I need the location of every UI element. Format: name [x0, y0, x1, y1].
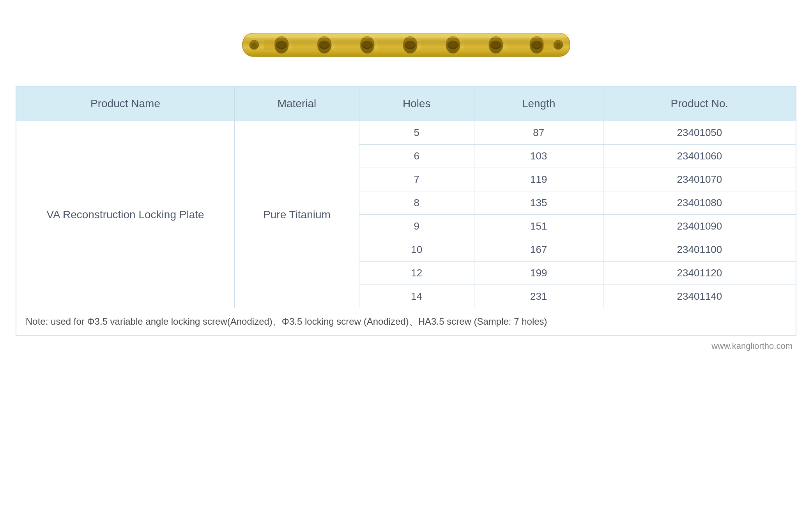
note-row: Note: used for Φ3.5 variable angle locki…: [16, 308, 796, 335]
svg-rect-13: [292, 40, 318, 50]
product-no-cell: 23401140: [603, 285, 796, 308]
header-holes: Holes: [359, 87, 474, 121]
header-product-name: Product Name: [16, 87, 235, 121]
length-cell: 199: [474, 262, 603, 285]
plate-image: [231, 19, 582, 70]
length-cell: 119: [474, 168, 603, 191]
length-cell: 151: [474, 215, 603, 238]
svg-rect-20: [242, 33, 570, 38]
svg-rect-17: [464, 40, 489, 50]
material-cell: Pure Titanium: [235, 121, 359, 308]
svg-rect-14: [335, 40, 361, 50]
product-no-cell: 23401050: [603, 121, 796, 145]
holes-cell: 8: [359, 191, 474, 215]
holes-cell: 7: [359, 168, 474, 191]
svg-rect-19: [543, 40, 554, 50]
product-table-container: Product Name Material Holes Length Produ…: [16, 86, 796, 336]
product-table: Product Name Material Holes Length Produ…: [16, 86, 796, 335]
svg-rect-16: [421, 40, 446, 50]
svg-rect-18: [507, 40, 530, 50]
product-no-cell: 23401100: [603, 238, 796, 262]
table-row: VA Reconstruction Locking PlatePure Tita…: [16, 121, 796, 145]
table-header-row: Product Name Material Holes Length Produ…: [16, 87, 796, 121]
holes-cell: 5: [359, 121, 474, 145]
product-no-cell: 23401080: [603, 191, 796, 215]
header-length: Length: [474, 87, 603, 121]
holes-cell: 6: [359, 145, 474, 168]
holes-cell: 9: [359, 215, 474, 238]
svg-point-2: [252, 42, 257, 47]
length-cell: 135: [474, 191, 603, 215]
product-no-cell: 23401120: [603, 262, 796, 285]
holes-cell: 10: [359, 238, 474, 262]
product-image-section: [16, 8, 796, 82]
svg-point-4: [556, 42, 561, 47]
svg-rect-15: [378, 40, 403, 50]
product-no-cell: 23401060: [603, 145, 796, 168]
product-no-cell: 23401070: [603, 168, 796, 191]
length-cell: 167: [474, 238, 603, 262]
product-no-cell: 23401090: [603, 215, 796, 238]
header-material: Material: [235, 87, 359, 121]
length-cell: 231: [474, 285, 603, 308]
holes-cell: 14: [359, 285, 474, 308]
header-product-no: Product No.: [603, 87, 796, 121]
holes-cell: 12: [359, 262, 474, 285]
note-cell: Note: used for Φ3.5 variable angle locki…: [16, 308, 796, 335]
length-cell: 87: [474, 121, 603, 145]
product-name-cell: VA Reconstruction Locking Plate: [16, 121, 235, 308]
length-cell: 103: [474, 145, 603, 168]
svg-rect-12: [264, 40, 275, 50]
website-footer: www.kangliortho.com: [16, 341, 796, 351]
